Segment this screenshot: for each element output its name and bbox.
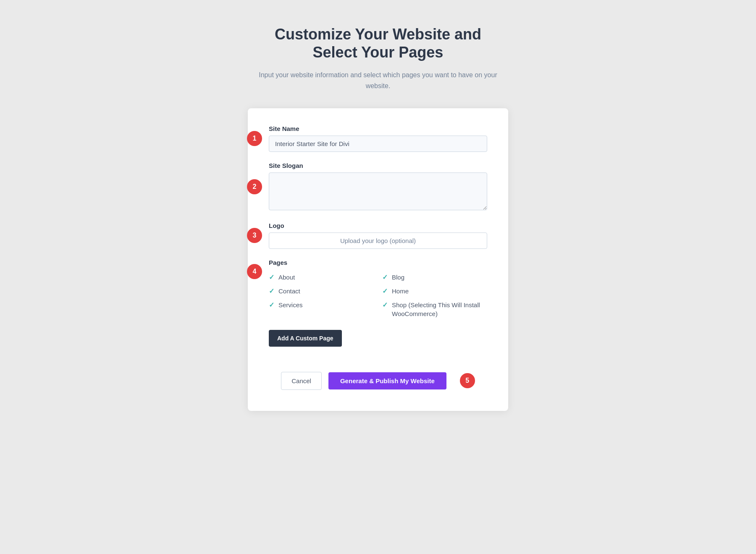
page-label-about: About: [278, 273, 295, 282]
check-icon: ✓: [382, 301, 388, 309]
list-item[interactable]: ✓ Shop (Selecting This Will Install WooC…: [382, 301, 487, 318]
add-custom-page-button[interactable]: Add A Custom Page: [269, 330, 342, 347]
pages-grid: ✓ About ✓ Blog ✓ Contact ✓ Home ✓ Servic…: [269, 273, 487, 318]
page-label-services: Services: [278, 301, 303, 309]
site-slogan-textarea[interactable]: [269, 172, 487, 210]
pages-section: 4 Pages ✓ About ✓ Blog ✓ Contact ✓ Home …: [269, 259, 487, 318]
pages-label: Pages: [269, 259, 487, 266]
form-card: 1 Site Name 2 Site Slogan 3 Logo Upload …: [248, 108, 508, 411]
page-subtitle: Input your website information and selec…: [252, 70, 504, 91]
step-badge-4: 4: [247, 264, 262, 279]
list-item[interactable]: ✓ Contact: [269, 287, 374, 295]
list-item[interactable]: ✓ Services: [269, 301, 374, 318]
page-label-blog: Blog: [392, 273, 404, 282]
step-badge-5: 5: [460, 373, 475, 388]
check-icon: ✓: [382, 273, 388, 281]
site-name-label: Site Name: [269, 125, 487, 132]
site-slogan-label: Site Slogan: [269, 162, 487, 169]
add-custom-wrapper: Add A Custom Page: [269, 330, 342, 359]
page-title: Customize Your Website and Select Your P…: [252, 25, 504, 61]
site-slogan-group: 2 Site Slogan: [269, 162, 487, 212]
list-item[interactable]: ✓ Home: [382, 287, 487, 295]
site-name-group: 1 Site Name: [269, 125, 487, 152]
cancel-button[interactable]: Cancel: [281, 372, 322, 390]
generate-publish-button[interactable]: Generate & Publish My Website: [328, 372, 446, 389]
site-name-input[interactable]: [269, 136, 487, 152]
page-label-shop: Shop (Selecting This Will Install WooCom…: [392, 301, 487, 318]
page-header: Customize Your Website and Select Your P…: [252, 25, 504, 91]
check-icon: ✓: [269, 301, 274, 309]
logo-group: 3 Logo Upload your logo (optional): [269, 222, 487, 249]
form-footer: Cancel Generate & Publish My Website 5: [269, 372, 487, 390]
page-label-home: Home: [392, 287, 409, 295]
check-icon: ✓: [382, 287, 388, 295]
step-badge-3: 3: [247, 228, 262, 243]
page-label-contact: Contact: [278, 287, 300, 295]
logo-upload-button[interactable]: Upload your logo (optional): [269, 233, 487, 249]
step-badge-2: 2: [247, 179, 262, 194]
step-badge-1: 1: [247, 131, 262, 146]
list-item[interactable]: ✓ About: [269, 273, 374, 282]
check-icon: ✓: [269, 287, 274, 295]
list-item[interactable]: ✓ Blog: [382, 273, 487, 282]
logo-label: Logo: [269, 222, 487, 229]
check-icon: ✓: [269, 273, 274, 281]
